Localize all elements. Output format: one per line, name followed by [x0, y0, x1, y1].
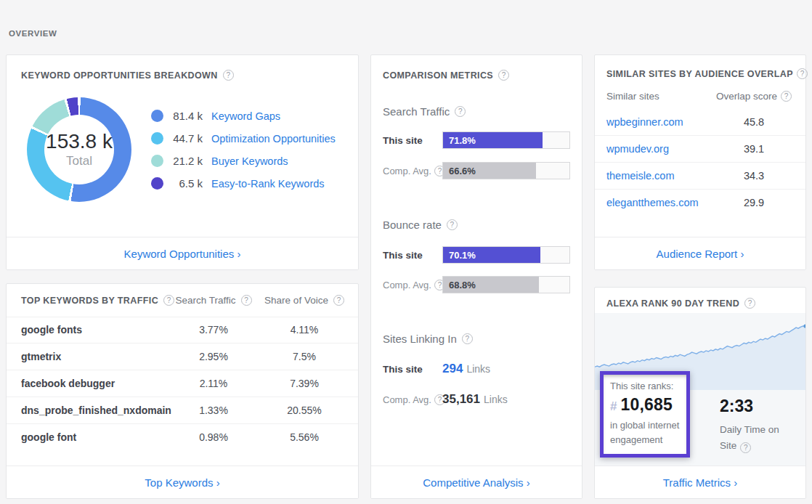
metric-bar-row: Comp. Avg. 66.6%: [383, 162, 570, 179]
traffic-metrics-link[interactable]: Traffic Metrics ›: [663, 476, 738, 489]
column-header-share-of-voice: Share of Voice: [253, 284, 355, 317]
bar-value: 71.8%: [443, 135, 476, 146]
table-row: facebook debugger 2.11% 7.39%: [7, 370, 358, 397]
alexa-rank-card: ALEXA RANK 90 DAY TREND This site ranks:…: [594, 287, 806, 499]
bounce-rate-section-label: Bounce rate: [383, 219, 458, 231]
column-header-overlap-score: Overlap score: [702, 86, 805, 106]
card-footer: Top Keywords ›: [7, 466, 358, 498]
stat-label: This site: [383, 364, 442, 375]
legend-item: 44.7 k Optimization Opportunities: [151, 127, 336, 150]
metric-bar-row: This site 70.1%: [383, 246, 570, 264]
bar-fill: 66.6%: [443, 163, 536, 179]
donut-total-label: Total: [66, 154, 92, 168]
share-of-voice-cell: 20.55%: [253, 397, 355, 423]
help-icon[interactable]: [797, 68, 808, 79]
rank-highlight-box: This site ranks: # 10,685 in global inte…: [600, 371, 690, 458]
rank-trend-zone: This site ranks: # 10,685 in global inte…: [595, 313, 805, 467]
rank-caption: in global internet engagement: [610, 418, 683, 447]
daily-time-caption: Daily Time on Site: [720, 422, 795, 453]
help-icon[interactable]: [241, 295, 252, 306]
legend-dot-icon: [151, 177, 163, 190]
card-footer: Audience Report ›: [595, 237, 805, 269]
card-title: KEYWORD OPPORTUNITIES BREAKDOWN: [21, 70, 234, 81]
bar-track: 68.8%: [442, 276, 570, 293]
table-row: gtmetrix 2.95% 7.5%: [7, 344, 358, 370]
sites-linking-row: Comp. Avg. 35,161 Links: [383, 391, 570, 408]
share-of-voice-cell: 4.11%: [253, 317, 355, 343]
help-icon[interactable]: [447, 219, 458, 230]
legend-link[interactable]: Keyword Gaps: [211, 110, 280, 122]
legend-value: 44.7 k: [169, 132, 203, 145]
table-header: TOP KEYWORDS BY TRAFFIC Search Traffic S…: [7, 284, 358, 317]
legend-item: 21.2 k Buyer Keywords: [151, 150, 336, 172]
legend-value: 21.2 k: [169, 155, 203, 167]
table-body: google fonts 3.77% 4.11% gtmetrix 2.95% …: [7, 317, 358, 450]
card-title-text: TOP KEYWORDS BY TRAFFIC: [21, 296, 158, 306]
site-link[interactable]: wpbeginner.com: [606, 109, 683, 135]
bar-label: Comp. Avg.: [383, 166, 442, 176]
overview-page: { "page": { "label": "OVERVIEW" }, "colo…: [0, 0, 812, 504]
card-title-text: SIMILAR SITES BY AUDIENCE OVERLAP: [606, 69, 793, 79]
competitive-analysis-link[interactable]: Competitive Analysis ›: [423, 476, 530, 489]
legend-link[interactable]: Optimization Opportunities: [211, 133, 336, 145]
table-row: themeisle.com 34.3: [595, 163, 805, 190]
legend-link[interactable]: Buyer Keywords: [211, 155, 288, 167]
links-count-link[interactable]: 294: [442, 362, 463, 376]
share-of-voice-cell: 7.5%: [253, 344, 355, 370]
legend-value: 81.4 k: [169, 110, 203, 122]
help-icon[interactable]: [498, 70, 509, 81]
hash-icon: #: [610, 399, 617, 414]
table-row: google font 0.98% 5.56%: [7, 424, 358, 450]
share-of-voice-cell: 5.56%: [253, 424, 355, 450]
bar-track: 66.6%: [442, 162, 570, 179]
similar-sites-card: SIMILAR SITES BY AUDIENCE OVERLAP Simila…: [594, 54, 806, 270]
overlap-score: 29.9: [702, 190, 805, 216]
daily-time-block: 2:33 Daily Time on Site: [720, 397, 795, 453]
overlap-score: 39.1: [702, 136, 805, 162]
donut-center: 153.8 k Total: [44, 115, 114, 184]
keyword-opportunities-link[interactable]: Keyword Opportunities ›: [124, 248, 241, 260]
bar-fill: 71.8%: [443, 132, 543, 148]
help-icon[interactable]: [781, 91, 792, 102]
stat-label: Comp. Avg.: [383, 394, 442, 405]
site-link[interactable]: wpmudev.org: [606, 136, 669, 162]
bar-label: This site: [383, 135, 442, 146]
help-icon[interactable]: [223, 70, 234, 81]
help-icon[interactable]: [455, 106, 466, 117]
daily-time-value: 2:33: [720, 397, 795, 416]
card-title: SIMILAR SITES BY AUDIENCE OVERLAP: [606, 68, 808, 79]
help-icon[interactable]: [740, 442, 751, 453]
table-row: wpbeginner.com 45.8: [595, 109, 805, 136]
stat-value: 35,161 Links: [442, 392, 508, 407]
rank-value: 10,685: [620, 395, 673, 415]
card-footer: Competitive Analysis ›: [371, 466, 582, 498]
keyword-cell: facebook debugger: [21, 370, 115, 397]
bar-value: 70.1%: [443, 250, 476, 261]
help-icon[interactable]: [744, 298, 755, 309]
card-title-text: ALEXA RANK 90 DAY TREND: [606, 298, 739, 309]
sites-linking-row: This site 294 Links: [383, 360, 570, 378]
top-keywords-link[interactable]: Top Keywords ›: [145, 476, 219, 489]
legend-dot-icon: [151, 110, 163, 122]
table-row: elegantthemes.com 29.9: [595, 190, 805, 216]
site-link[interactable]: themeisle.com: [606, 163, 674, 189]
keyword-cell: gtmetrix: [21, 344, 61, 370]
site-link[interactable]: elegantthemes.com: [606, 190, 699, 216]
card-title-text: KEYWORD OPPORTUNITIES BREAKDOWN: [21, 70, 218, 81]
legend-item: 6.5 k Easy-to-Rank Keywords: [151, 172, 336, 195]
rank-line: # 10,685: [610, 395, 680, 415]
table-subheader: Similar sites Overlap score: [595, 86, 805, 106]
bar-track: 70.1%: [442, 246, 570, 264]
help-icon[interactable]: [333, 295, 344, 306]
bar-track: 71.8%: [442, 131, 570, 149]
bar-label: Comp. Avg.: [383, 280, 442, 290]
legend-link[interactable]: Easy-to-Rank Keywords: [211, 178, 325, 190]
audience-report-link[interactable]: Audience Report ›: [657, 248, 744, 260]
table-body: wpbeginner.com 45.8 wpmudev.org 39.1 the…: [595, 109, 805, 216]
legend-item: 81.4 k Keyword Gaps: [151, 105, 336, 127]
help-icon[interactable]: [462, 333, 473, 344]
bar-value: 68.8%: [443, 280, 476, 290]
table-row: wpmudev.org 39.1: [595, 136, 805, 163]
keyword-donut-chart: 153.8 k Total: [27, 97, 131, 202]
stat-value: 294 Links: [442, 362, 490, 376]
